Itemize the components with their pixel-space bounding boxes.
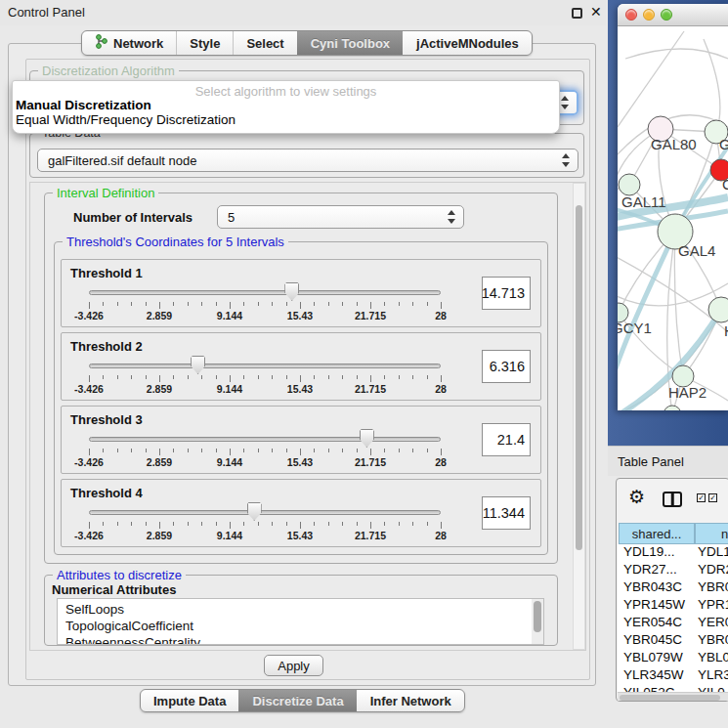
cell-name[interactable]: YER0 xyxy=(698,615,728,629)
slider-tick xyxy=(243,302,244,306)
scrollbar-thumb[interactable] xyxy=(534,601,541,632)
list-item[interactable]: SelfLoops xyxy=(65,601,543,618)
gear-icon[interactable]: ⚙ xyxy=(628,486,645,508)
scrollbar-thumb[interactable] xyxy=(576,205,582,550)
list-item[interactable]: TopologicalCoefficient xyxy=(65,618,543,634)
network-window-titlebar[interactable] xyxy=(618,4,728,26)
cell-name[interactable]: YDL1 xyxy=(698,544,728,559)
tab-impute-data[interactable]: Impute Data xyxy=(141,690,238,711)
zoom-light-green-icon[interactable] xyxy=(661,9,672,21)
close-light-red-icon[interactable] xyxy=(625,9,637,21)
cell-name[interactable]: YBL0 xyxy=(698,650,728,664)
slider-tick-label: 2.859 xyxy=(147,530,172,541)
slider-thumb[interactable] xyxy=(284,282,299,301)
network-node-gal11[interactable] xyxy=(619,174,640,195)
network-graph[interactable]: GAL80GACGAL11GAL4GCY1HHAP2 xyxy=(618,27,728,410)
split-view-icon[interactable] xyxy=(663,492,682,507)
slider-tick xyxy=(427,449,428,452)
horizontal-scrollbar[interactable] xyxy=(618,692,728,702)
float-window-icon[interactable] xyxy=(572,8,582,19)
cell-shared-name[interactable]: YPR145W xyxy=(623,597,685,612)
list-scrollbar[interactable] xyxy=(532,599,543,644)
slider-tick xyxy=(342,375,343,379)
vertical-scrollbar[interactable] xyxy=(573,183,585,650)
number-of-intervals-combo[interactable]: 5 xyxy=(217,205,464,229)
column-header-name[interactable]: n... xyxy=(695,523,728,544)
table-row[interactable]: YBR043CYBR0 xyxy=(618,579,728,597)
tab-select[interactable]: Select xyxy=(233,31,296,55)
tab-style[interactable]: Style xyxy=(176,31,233,55)
slider-tick xyxy=(300,522,301,529)
tab-discretize-data[interactable]: Discretize Data xyxy=(238,690,356,711)
slider-track[interactable] xyxy=(89,510,441,515)
slider-thumb[interactable] xyxy=(191,356,205,374)
table-row[interactable]: YBR045CYBR0 xyxy=(618,632,728,650)
slider-tick xyxy=(131,449,132,452)
slider-tick xyxy=(399,375,400,379)
minimize-light-yellow-icon[interactable] xyxy=(643,9,655,21)
slider-track[interactable] xyxy=(89,290,441,295)
cell-shared-name[interactable]: YBR043C xyxy=(623,579,682,594)
table-row[interactable]: YDR27...YDR2 xyxy=(618,562,728,579)
table-row[interactable]: YPR145WYPR1 xyxy=(618,597,728,615)
cell-name[interactable]: YLR3 xyxy=(698,667,728,682)
table-row[interactable]: YDL19...YDL1 xyxy=(618,544,728,562)
table-row[interactable]: YER054CYER0 xyxy=(618,615,728,632)
apply-button[interactable]: Apply xyxy=(264,655,323,676)
algorithm-option[interactable]: Equal Width/Frequency Discretization xyxy=(13,112,559,127)
close-icon[interactable]: ✕ xyxy=(590,4,602,20)
slider-tick xyxy=(441,449,442,455)
cell-shared-name[interactable]: YDL19... xyxy=(623,544,675,559)
tab-infer-network[interactable]: Infer Network xyxy=(357,690,464,711)
cell-shared-name[interactable]: YDR27... xyxy=(623,562,677,577)
tab-label: Impute Data xyxy=(153,694,226,708)
cell-name[interactable]: YDR2 xyxy=(698,562,728,577)
table-row[interactable]: YBL079WYBL0 xyxy=(618,650,728,667)
slider-tick xyxy=(314,522,315,526)
tab-jactivemnodules[interactable]: jActiveMNodules xyxy=(403,31,532,55)
network-view-window[interactable]: GAL80GACGAL11GAL4GCY1HHAP2 xyxy=(618,4,728,410)
list-item[interactable]: BetweennessCentrality xyxy=(65,634,543,645)
network-edge[interactable] xyxy=(618,31,684,127)
combo-stepper-icon[interactable] xyxy=(562,153,571,167)
slider-tick xyxy=(173,522,174,526)
slider-thumb[interactable] xyxy=(360,429,374,448)
network-node[interactable] xyxy=(664,406,681,410)
threshold-value-field[interactable]: 11.344 xyxy=(482,496,531,530)
slider-tick xyxy=(230,302,231,309)
slider-track[interactable] xyxy=(89,364,441,368)
cell-name[interactable]: YPR1 xyxy=(698,597,728,612)
slider-tick xyxy=(357,375,358,379)
combo-stepper-icon[interactable] xyxy=(448,210,456,224)
checkbox-icon[interactable]: ✓ xyxy=(697,493,706,502)
network-edge[interactable] xyxy=(625,49,728,59)
cell-name[interactable]: YBR0 xyxy=(698,579,728,594)
slider-tick-label: 2.859 xyxy=(147,383,172,395)
table-data-combo[interactable]: galFiltered.sif default node xyxy=(37,149,578,172)
cell-shared-name[interactable]: YBL079W xyxy=(623,650,683,664)
scrollbar-thumb[interactable] xyxy=(620,695,720,701)
slider-tick-label: -3.426 xyxy=(74,310,104,321)
slider-tick-label: 9.144 xyxy=(217,530,242,541)
threshold-value-field[interactable]: 6.316 xyxy=(482,350,531,383)
algorithm-option[interactable]: Manual Discretization xyxy=(13,98,559,112)
table-row[interactable]: YLR345WYLR3 xyxy=(618,667,728,685)
cell-shared-name[interactable]: YER054C xyxy=(623,615,682,629)
column-header-shared-name[interactable]: shared... xyxy=(619,523,695,544)
tab-cyni-toolbox[interactable]: Cyni Toolbox xyxy=(297,31,403,55)
cell-shared-name[interactable]: YLR345W xyxy=(623,667,684,682)
slider-tick xyxy=(173,449,174,452)
slider-tick xyxy=(117,302,118,306)
network-canvas[interactable]: GAL80GACGAL11GAL4GCY1HHAP2 xyxy=(618,27,728,410)
cell-shared-name[interactable]: YBR045C xyxy=(623,632,682,647)
cell-name[interactable]: YBR0 xyxy=(698,632,728,647)
attributes-listbox[interactable]: SelfLoopsTopologicalCoefficientBetweenne… xyxy=(57,598,544,645)
combo-stepper-icon[interactable] xyxy=(561,96,570,109)
checkbox-icon[interactable]: ✓ xyxy=(708,493,717,502)
tab-network[interactable]: Network xyxy=(82,31,176,55)
slider-tick xyxy=(230,522,231,529)
threshold-value-field[interactable]: 14.713 xyxy=(482,277,531,310)
threshold-value-field[interactable]: 21.4 xyxy=(482,423,531,456)
slider-track[interactable] xyxy=(89,437,441,442)
slider-thumb[interactable] xyxy=(247,502,262,521)
